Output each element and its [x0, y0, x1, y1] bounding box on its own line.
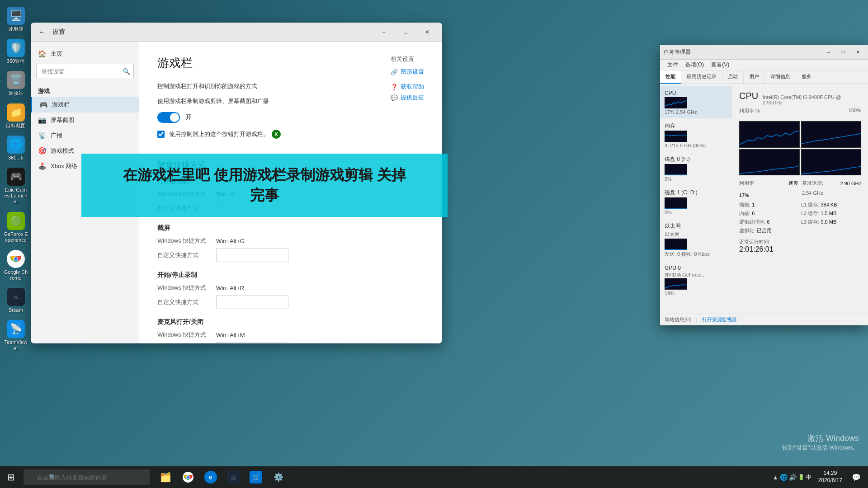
tm-bottom: 简略信息(O) | 打开资源监视器: [660, 314, 868, 325]
game-bar-toggle[interactable]: [157, 112, 180, 123]
tm-open-resource-monitor[interactable]: 打开资源监视器: [702, 316, 737, 323]
recording-custom-label: 自定义快捷方式: [157, 298, 212, 306]
feedback-link[interactable]: 💬 提供反馈: [391, 94, 424, 102]
taskbar-app-store[interactable]: 🛒: [245, 466, 267, 488]
tm-maximize-button[interactable]: □: [836, 47, 850, 58]
svg-point-3: [14, 257, 18, 261]
tm-controls: − □ ✕: [822, 47, 864, 58]
tm-sidebar-cpu[interactable]: CPU 17% 2.54 GHz: [660, 86, 732, 118]
tm-brief-info: 简略信息(O): [665, 316, 692, 323]
tm-sidebar-disk1[interactable]: 磁盘 1 (C: D:) 0%: [660, 185, 732, 219]
taskbar-app-steam[interactable]: ♨: [222, 466, 244, 488]
controller-checkbox-label: 使用控制器上的这个按钮打开游戏栏。 X: [169, 130, 281, 139]
broadcast-icon: 📡: [38, 131, 46, 140]
tm-cpu-model: Intel(R) Core(TM) i5-9400F CPU @ 2.90GHz: [763, 94, 861, 105]
activate-title: 激活 Windows: [782, 433, 859, 444]
screenshot-section: 截屏 Windows 快捷方式 Win+Alt+G 自定义快捷方式: [157, 224, 424, 262]
tm-menu-file[interactable]: 文件: [664, 60, 682, 70]
tm-minimize-button[interactable]: −: [822, 47, 835, 58]
tm-menubar: 文件 选项(O) 查看(V): [660, 60, 868, 70]
search-input[interactable]: [36, 64, 134, 79]
mic-windows-row: Windows 快捷方式 Win+Alt+M: [157, 331, 424, 339]
taskbar-search-input[interactable]: [24, 469, 150, 485]
cpu-sidebar-value: 17% 2.54 GHz: [665, 109, 727, 115]
help-icon: ❓: [391, 84, 398, 90]
search-icon: 🔍: [123, 68, 130, 75]
desktop-icon-computer[interactable]: 🖥️ 此电脑: [2, 5, 29, 34]
window-title: 设置: [52, 28, 65, 36]
minimize-button[interactable]: −: [373, 25, 394, 39]
desktop-icon-steam[interactable]: ♨ Steam: [2, 286, 29, 315]
related-link-graphics[interactable]: 🔗 图形设置: [391, 68, 424, 76]
utilization-value: 速度: [788, 180, 798, 187]
maximize-button[interactable]: □: [395, 25, 416, 39]
taskview-icon: 🗂️: [159, 471, 172, 483]
desktop-icon-teamviewer[interactable]: 📡 TeamViewer: [2, 318, 29, 353]
sidebar-item-broadcast[interactable]: 📡 广播: [31, 128, 139, 143]
tm-tab-performance[interactable]: 性能: [660, 70, 681, 84]
screenshot-windows-row: Windows 快捷方式 Win+Alt+G: [157, 237, 424, 245]
divider-1: [157, 148, 424, 148]
tm-sidebar: CPU 17% 2.54 GHz 内存 4.7/15: [660, 84, 732, 314]
tm-sidebar-ethernet[interactable]: 以太网 以太网 发送: 0 接收: 0 Kbps: [660, 219, 732, 261]
desktop-icon-epic[interactable]: 🎮 Epic Games Launcher: [2, 165, 29, 207]
tm-cpu-usage-label: 利用率 % 100%: [739, 108, 861, 114]
back-button[interactable]: ←: [35, 25, 49, 39]
tm-tab-details[interactable]: 详细信息: [765, 70, 796, 84]
desktop-icon-360web[interactable]: 🌐 360...b: [2, 133, 29, 163]
speed-num: 2.54 GHz: [802, 190, 861, 198]
related-settings: 相关设置 🔗 图形设置 ❓ 获取帮助 💬 提供反馈: [391, 55, 424, 104]
taskbar-sys-icons: ▲ 🌐 🔊 🔋 中: [773, 474, 811, 481]
desktop-icon-recycle[interactable]: 🗑️ 回收站: [2, 69, 29, 99]
taskbar-app-edge[interactable]: e: [200, 466, 222, 488]
gpu-sidebar-name: NVIDIA GeForce...: [665, 272, 727, 277]
desktop-icon-folder[interactable]: 📁 目标截图: [2, 101, 29, 131]
screenshot-windows-label: Windows 快捷方式: [157, 237, 212, 245]
sidebar-item-gamebar[interactable]: 🎮 游戏栏: [31, 97, 139, 113]
feedback-icon: 💬: [391, 94, 398, 101]
desktop-icon-geforce[interactable]: 🟢 GeForce Experience: [2, 210, 29, 245]
chevron-up-icon[interactable]: ▲: [773, 474, 778, 481]
disk0-mini-chart: [665, 164, 687, 175]
gamebar-icon: 🎮: [39, 101, 47, 109]
cpu-detail-stats: 插槽: 1 L1 缓存: 384 KB 内核: 6 L2 缓存: 1.5 MB: [739, 202, 861, 234]
screenshot-custom-input[interactable]: [216, 249, 288, 262]
taskbar-app-taskview[interactable]: 🗂️: [155, 466, 176, 488]
screenshot-title: 截屏: [157, 224, 424, 232]
logical-row: 逻辑处理器: 6: [739, 219, 799, 225]
tm-menu-view[interactable]: 查看(V): [708, 60, 733, 70]
tm-tab-users[interactable]: 用户: [744, 70, 765, 84]
controller-checkbox[interactable]: [157, 131, 165, 138]
tm-sidebar-gpu[interactable]: GPU 0 NVIDIA GeForce... 19%: [660, 261, 732, 300]
mic-custom-row: 自定义快捷方式: [157, 343, 424, 343]
tm-tab-services[interactable]: 服务: [796, 70, 817, 84]
sidebar-home[interactable]: 🏠 主页: [31, 46, 139, 61]
close-button[interactable]: ✕: [417, 25, 438, 39]
external-icon: 🔗: [391, 69, 398, 75]
recording-section: 开始/停止录制 Windows 快捷方式 Win+Alt+R 自定义快捷方式: [157, 271, 424, 309]
sidebar-item-captures[interactable]: 📷 屏幕截图: [31, 113, 139, 128]
tm-tab-apphistory[interactable]: 应用历史记录: [681, 70, 722, 84]
recording-custom-input[interactable]: [216, 296, 288, 309]
clock-time: 14:29: [818, 470, 842, 477]
mic-custom-input[interactable]: [216, 343, 288, 343]
taskbar-app-chrome[interactable]: [177, 466, 199, 488]
taskbar-clock[interactable]: 14:29 2020/6/17: [814, 470, 847, 484]
chrome-taskbar-icon: [182, 471, 194, 483]
desktop-icon-360[interactable]: 🛡️ 360软件: [2, 37, 29, 66]
lang-indicator: 中: [806, 474, 811, 481]
tm-sidebar-disk0[interactable]: 磁盘 0 (F:) 0%: [660, 152, 732, 185]
tm-tab-startup[interactable]: 启动: [722, 70, 744, 84]
cpu-graph-1: [739, 121, 800, 148]
tm-close-button[interactable]: ✕: [851, 47, 864, 58]
desktop-icon-chrome[interactable]: Google Chrome: [2, 248, 29, 283]
tm-menu-options[interactable]: 选项(O): [682, 60, 708, 70]
help-link[interactable]: ❓ 获取帮助: [391, 83, 424, 91]
notification-button[interactable]: 💬: [849, 466, 863, 488]
start-button[interactable]: ⊞: [0, 466, 22, 488]
taskbar-app-settings[interactable]: ⚙️: [268, 466, 289, 488]
screenshot-windows-value: Win+Alt+G: [216, 238, 245, 244]
taskbar-search-wrapper: 🔍: [22, 469, 150, 485]
tm-sidebar-memory[interactable]: 内存 4.7/15.9 GB (30%): [660, 118, 732, 152]
mic-title: 麦克风打开/关闭: [157, 318, 424, 326]
